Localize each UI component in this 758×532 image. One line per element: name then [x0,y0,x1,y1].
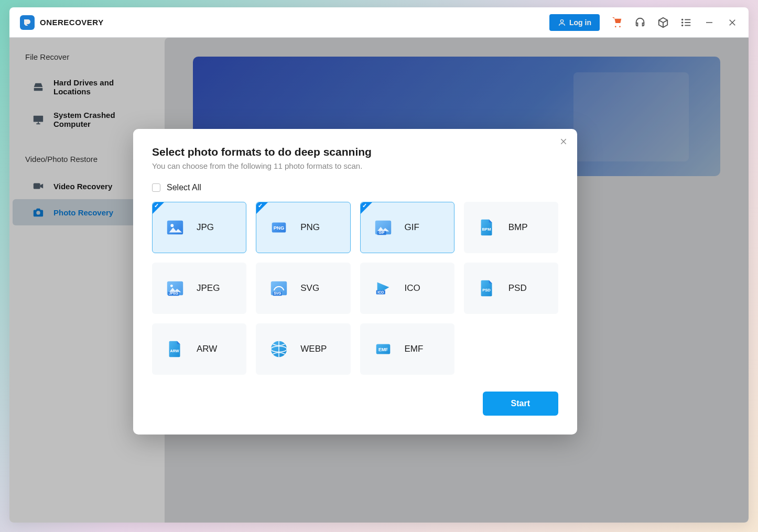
minimize-icon[interactable] [703,17,715,28]
svg-text:BPM: BPM [482,227,491,232]
format-card-bmp[interactable]: BPMBMP [464,202,558,253]
svg-point-3 [682,25,683,26]
select-all-row[interactable]: Select All [152,183,558,192]
svg-text:JPEG: JPEG [169,291,178,295]
modal-footer: Start [152,392,558,416]
svg-point-2 [682,22,683,23]
select-all-checkbox[interactable] [152,183,160,192]
start-button[interactable]: Start [483,392,558,416]
format-label: GIF [405,222,419,233]
titlebar-actions: Log in [549,14,738,31]
jpeg-icon: JPEG [165,278,185,298]
headset-icon[interactable] [634,17,646,28]
format-card-emf[interactable]: EMFEMF [360,323,454,375]
svg-text:ARW: ARW [170,349,179,353]
svg-text:ICO: ICO [377,290,384,294]
modal-close-button[interactable] [559,137,568,148]
svg-text:PNG: PNG [274,225,285,231]
logo: ONERECOVERY [20,15,104,30]
format-label: BMP [508,222,528,233]
cube-icon[interactable] [657,17,669,28]
format-label: SVG [300,283,319,294]
select-all-label: Select All [167,183,201,192]
format-grid: JPGPNGPNGGIFGIFBPMBMPJPEGJPEGSVGSVGICOIC… [152,202,558,375]
format-label: ICO [405,283,420,294]
svg-icon: SVG [269,278,289,298]
format-card-png[interactable]: PNGPNG [256,202,350,253]
format-label: PNG [300,222,320,233]
format-card-svg[interactable]: SVGSVG [256,263,350,314]
list-icon[interactable] [680,17,692,28]
format-label: JPG [197,222,214,233]
format-card-jpeg[interactable]: JPEGJPEG [152,263,246,314]
emf-icon: EMF [373,339,393,359]
format-card-psd[interactable]: PSDPSD [464,263,558,314]
format-label: WEBP [300,344,327,354]
login-button[interactable]: Log in [549,14,600,31]
close-window-icon[interactable] [727,17,738,28]
app-window: ONERECOVERY Log in [9,7,749,523]
format-card-ico[interactable]: ICOICO [360,263,454,314]
format-label: EMF [405,344,424,354]
jpg-icon [165,218,185,237]
format-card-gif[interactable]: GIFGIF [360,202,454,253]
titlebar: ONERECOVERY Log in [9,7,749,38]
format-label: ARW [197,344,217,354]
svg-text:SVG: SVG [274,291,281,295]
svg-text:GIF: GIF [378,231,384,234]
svg-point-24 [170,285,173,287]
psd-icon: PSD [477,278,497,298]
app-name: ONERECOVERY [40,18,104,27]
format-label: PSD [508,283,527,294]
gif-icon: GIF [373,218,393,237]
logo-icon [20,15,35,30]
app-body: File Recover Hard Drives and Locations S… [9,38,749,523]
webp-icon [269,339,289,359]
format-card-jpg[interactable]: JPG [152,202,246,253]
svg-point-1 [682,19,683,20]
png-icon: PNG [269,218,289,237]
modal-subtitle: You can choose from the following 11 pho… [152,161,558,170]
format-card-arw[interactable]: ARWARW [152,323,246,375]
bmp-icon: BPM [477,218,497,237]
ico-icon: ICO [373,278,393,298]
format-card-webp[interactable]: WEBP [256,323,350,375]
format-selection-modal: Select photo formats to do deep scanning… [133,129,577,435]
cart-icon[interactable] [611,17,623,28]
format-label: JPEG [197,283,220,294]
svg-point-0 [560,19,563,22]
modal-title: Select photo formats to do deep scanning [152,146,558,158]
svg-point-16 [170,224,174,227]
arw-icon: ARW [165,339,185,359]
svg-text:EMF: EMF [378,347,387,352]
login-label: Log in [569,18,591,27]
svg-text:PSD: PSD [482,288,491,292]
